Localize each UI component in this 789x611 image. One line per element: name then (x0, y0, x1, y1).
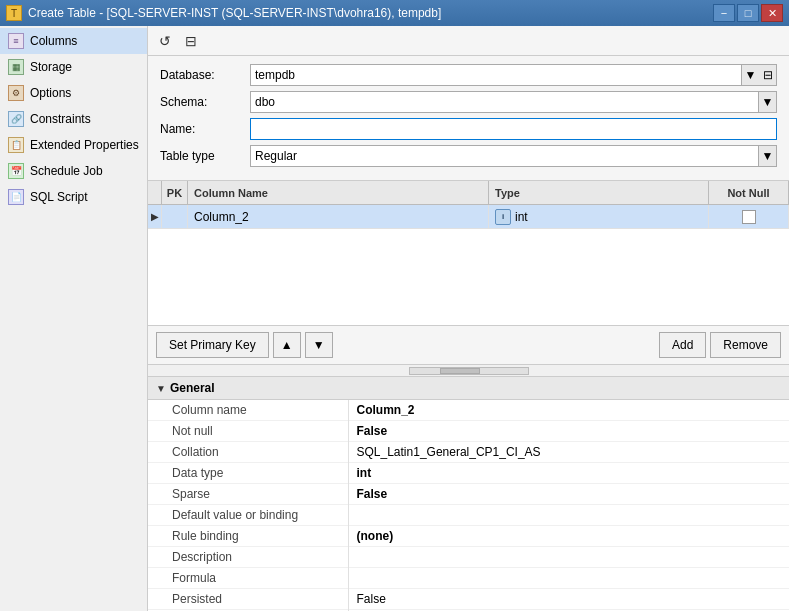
remove-button[interactable]: Remove (710, 332, 781, 358)
property-row: Data typeint (148, 463, 789, 484)
columns-icon: ≡ (8, 33, 24, 49)
properties-area: ▼ General Column nameColumn_2Not nullFal… (148, 377, 789, 611)
sidebar-item-constraints[interactable]: 🔗 Constraints (0, 106, 147, 132)
sidebar-item-extended-properties[interactable]: 📋 Extended Properties (0, 132, 147, 158)
sidebar-item-schedule-job[interactable]: 📅 Schedule Job (0, 158, 147, 184)
database-label: Database: (160, 68, 250, 82)
add-button[interactable]: Add (659, 332, 706, 358)
sidebar-label-options: Options (30, 86, 71, 100)
property-row: Column nameColumn_2 (148, 400, 789, 421)
property-row: CollationSQL_Latin1_General_CP1_CI_AS (148, 442, 789, 463)
collapse-icon: ▼ (156, 383, 166, 394)
sidebar-item-columns[interactable]: ≡ Columns (0, 28, 147, 54)
database-row: Database: tempdb ▼ ⊟ (160, 64, 777, 86)
scroll-indicator (148, 365, 789, 377)
property-value: Column_2 (348, 400, 789, 421)
property-row: Not nullFalse (148, 421, 789, 442)
table-row[interactable]: ▶ Column_2 i int (148, 205, 789, 229)
property-label: Formula (148, 568, 348, 589)
extended-properties-icon: 📋 (8, 137, 24, 153)
th-arrow-spacer (148, 181, 162, 204)
property-value: False (348, 589, 789, 610)
property-row: Description (148, 547, 789, 568)
table-type-select[interactable]: Regular (250, 145, 759, 167)
property-value: int (348, 463, 789, 484)
window-title: Create Table - [SQL-SERVER-INST (SQL-SER… (28, 6, 441, 20)
property-row: SparseFalse (148, 484, 789, 505)
sidebar-label-extended-properties: Extended Properties (30, 138, 139, 152)
property-row: Rule binding(none) (148, 526, 789, 547)
property-row: PersistedFalse (148, 589, 789, 610)
sql-icon: 📄 (8, 189, 24, 205)
database-select[interactable]: tempdb (250, 64, 742, 86)
sidebar: ≡ Columns ▦ Storage ⚙ Options 🔗 Constrai… (0, 26, 148, 611)
not-null-checkbox[interactable] (742, 210, 756, 224)
table-type-dropdown-arrow[interactable]: ▼ (759, 145, 777, 167)
schema-dropdown-arrow[interactable]: ▼ (759, 91, 777, 113)
row-arrow: ▶ (148, 205, 162, 228)
minimize-button[interactable]: − (713, 4, 735, 22)
name-input[interactable] (250, 118, 777, 140)
refresh-button[interactable]: ↺ (154, 30, 176, 52)
schema-row: Schema: dbo ▼ (160, 91, 777, 113)
constraints-icon: 🔗 (8, 111, 24, 127)
property-label: Data type (148, 463, 348, 484)
maximize-button[interactable]: □ (737, 4, 759, 22)
columns-table: PK Column Name Type Not Null ▶ Column_2 … (148, 181, 789, 326)
row-not-null (709, 205, 789, 228)
properties-table: Column nameColumn_2Not nullFalseCollatio… (148, 400, 789, 611)
property-value: (none) (348, 526, 789, 547)
property-label: Collation (148, 442, 348, 463)
set-primary-key-button[interactable]: Set Primary Key (156, 332, 269, 358)
table-body: ▶ Column_2 i int (148, 205, 789, 325)
scroll-thumb (440, 368, 480, 374)
sidebar-label-columns: Columns (30, 34, 77, 48)
schema-label: Schema: (160, 95, 250, 109)
property-label: Not null (148, 421, 348, 442)
row-column-name: Column_2 (188, 205, 489, 228)
sidebar-label-sql-script: SQL Script (30, 190, 88, 204)
property-label: Sparse (148, 484, 348, 505)
sidebar-label-storage: Storage (30, 60, 72, 74)
property-label: Description (148, 547, 348, 568)
property-label: Rule binding (148, 526, 348, 547)
property-value (348, 547, 789, 568)
property-label: Default value or binding (148, 505, 348, 526)
property-row: Default value or binding (148, 505, 789, 526)
th-column-name: Column Name (188, 181, 489, 204)
name-label: Name: (160, 122, 250, 136)
table-header: PK Column Name Type Not Null (148, 181, 789, 205)
move-up-button[interactable]: ▲ (273, 332, 301, 358)
action-bar: Set Primary Key ▲ ▼ Add Remove (148, 326, 789, 365)
th-pk: PK (162, 181, 188, 204)
property-label: Column name (148, 400, 348, 421)
th-type: Type (489, 181, 709, 204)
property-label: Persisted (148, 589, 348, 610)
th-not-null: Not Null (709, 181, 789, 204)
storage-icon: ▦ (8, 59, 24, 75)
sidebar-item-options[interactable]: ⚙ Options (0, 80, 147, 106)
table-type-row: Table type Regular ▼ (160, 145, 777, 167)
sidebar-item-storage[interactable]: ▦ Storage (0, 54, 147, 80)
schedule-icon: 📅 (8, 163, 24, 179)
property-value (348, 505, 789, 526)
close-button[interactable]: ✕ (761, 4, 783, 22)
properties-title: General (170, 381, 215, 395)
app-icon: T (6, 5, 22, 21)
database-dropdown-arrow[interactable]: ▼ (742, 64, 760, 86)
toolbar: ↺ ⊟ (148, 26, 789, 56)
scroll-track (409, 367, 529, 375)
schema-select[interactable]: dbo (250, 91, 759, 113)
row-pk (162, 205, 188, 228)
property-value (348, 568, 789, 589)
form-area: Database: tempdb ▼ ⊟ Schema: dbo ▼ (148, 56, 789, 181)
sidebar-item-sql-script[interactable]: 📄 SQL Script (0, 184, 147, 210)
move-down-button[interactable]: ▼ (305, 332, 333, 358)
sidebar-label-constraints: Constraints (30, 112, 91, 126)
properties-header[interactable]: ▼ General (148, 377, 789, 400)
type-icon: i (495, 209, 511, 225)
name-row: Name: (160, 118, 777, 140)
title-bar: T Create Table - [SQL-SERVER-INST (SQL-S… (0, 0, 789, 26)
database-filter-arrow[interactable]: ⊟ (759, 64, 777, 86)
filter-button[interactable]: ⊟ (180, 30, 202, 52)
